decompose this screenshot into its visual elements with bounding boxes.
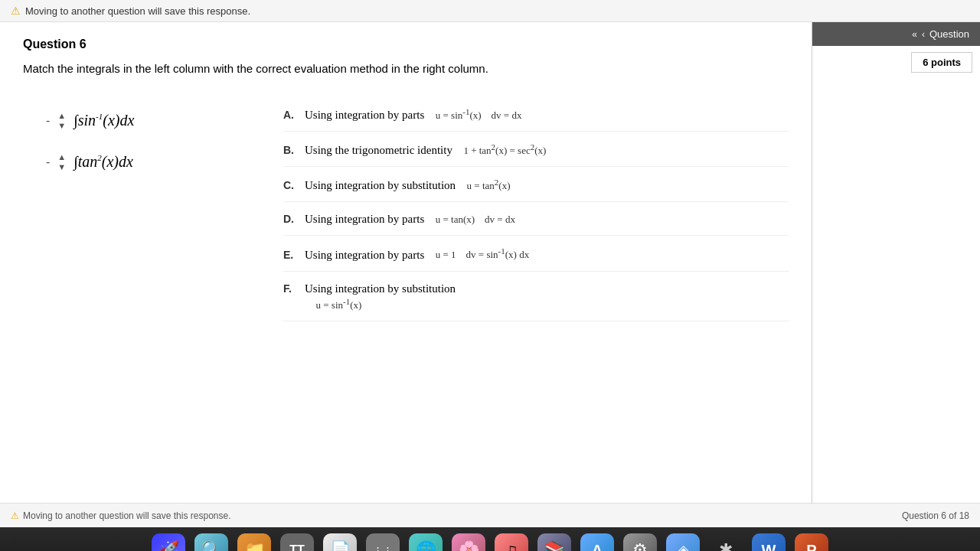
option-label-a: A. [283,109,300,121]
option-detail-e: u = 1 dv = sin-1(x) dx [430,246,529,261]
option-detail-d: u = tan(x) dv = dx [430,214,515,226]
option-label-d: D. [283,213,300,225]
question-nav: « ‹ Question [812,22,980,46]
bottom-warning-icon: ⚠ [11,510,19,521]
warning-icon: ⚠ [11,5,21,17]
dock-notes[interactable]: 📄 [323,533,357,551]
option-text-b: Using the trigonometric identity [305,144,452,157]
dock-calc[interactable]: TT [280,533,314,551]
option-row-a: A. Using integration by parts u = sin-1(… [283,96,789,132]
left-column: - ▲ ▼ ∫sin-1(x)dx - ▲ ▼ [23,96,268,322]
taskbar: 🚀 🔍 📁 TT 📄 ⋮⋮ 🌐 🌸 ♫ 📚 A ⚙ ◈ ✱ W P [0,527,980,551]
integral-expr-1: ∫sin-1(x)dx [74,112,134,129]
dock-lists[interactable]: ⋮⋮ [366,533,400,551]
option-detail-f: u = sin-1(x) [311,297,456,311]
prev-arrow[interactable]: ‹ [922,29,925,40]
dock-rocket[interactable]: 🚀 [152,533,185,551]
option-detail-c: u = tan2(x) [462,178,510,192]
right-column: A. Using integration by parts u = sin-1(… [268,96,789,322]
right-panel: « ‹ Question 6 points [812,22,980,503]
option-label-c: C. [283,179,300,191]
dock-folder[interactable]: 📁 [237,533,271,551]
option-row-c: C. Using integration by substitution u =… [283,167,789,202]
question-text: Match the integrals in the left column w… [23,60,789,78]
dock-word[interactable]: W [752,533,786,551]
option-detail-a: u = sin-1(x) dv = dx [430,107,521,122]
option-text-d: Using integration by parts [305,213,424,226]
option-row-e: E. Using integration by parts u = 1 dv =… [283,236,789,271]
question-panel: Question 6 Match the integrals in the le… [0,22,812,503]
dash-1: - [46,114,50,128]
integral-item-2: - ▲ ▼ ∫tan2(x)dx [46,153,268,171]
points-badge: 6 points [911,52,972,73]
option-detail-b: 1 + tan2(x) = sec2(x) [459,142,546,157]
dropdown-1[interactable]: ▲ ▼ [57,112,66,130]
dropdown-2[interactable]: ▲ ▼ [57,153,66,171]
option-row-f: F. Using integration by substitution u =… [283,272,789,321]
option-text-e: Using integration by parts [305,249,424,262]
option-label-f: F. [283,282,300,295]
option-text-a: Using integration by parts [305,109,424,122]
dock-music[interactable]: ♫ [495,533,528,551]
option-label-e: E. [283,249,300,261]
dock-appstore[interactable]: A [580,533,614,551]
option-label-b: B. [283,144,300,156]
option-text-c: Using integration by substitution [305,179,456,192]
dock-safari[interactable]: 🌐 [409,533,443,551]
bottom-bar: ⚠ Moving to another question will save t… [0,503,980,527]
top-warning-text: Moving to another question will save thi… [25,5,250,17]
integral-item-1: - ▲ ▼ ∫sin-1(x)dx [46,112,268,130]
bottom-warning-text: Moving to another question will save thi… [23,510,230,521]
option-text-f: Using integration by substitution [305,282,456,295]
page-info: Question 6 of 18 [902,510,969,521]
dock-ppt[interactable]: P [795,533,828,551]
question-number: Question 6 [23,37,789,51]
dock-photos[interactable]: 🌸 [452,533,485,551]
dock-finder[interactable]: 🔍 [194,533,228,551]
dock-settings[interactable]: ⚙ [623,533,657,551]
integral-expr-2: ∫tan2(x)dx [74,153,133,171]
dash-2: - [46,155,50,169]
dock-books[interactable]: 📚 [537,533,571,551]
top-warning-bar: ⚠ Moving to another question will save t… [0,0,980,22]
dock-bluetooth[interactable]: ✱ [709,533,743,551]
prev-prev-arrow[interactable]: « [912,29,917,40]
question-nav-label: Question [929,28,969,40]
dock-dropbox[interactable]: ◈ [666,533,700,551]
option-row-b: B. Using the trigonometric identity 1 + … [283,132,789,167]
option-row-d: D. Using integration by parts u = tan(x)… [283,202,789,236]
match-container: - ▲ ▼ ∫sin-1(x)dx - ▲ ▼ [23,96,789,322]
